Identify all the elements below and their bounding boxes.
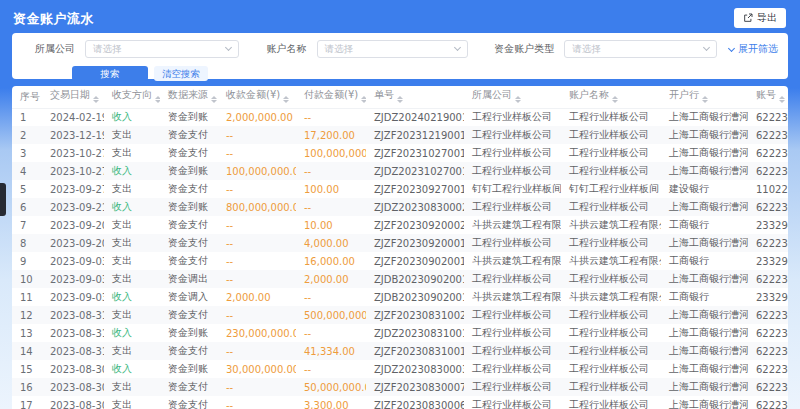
export-button-label: 导出 xyxy=(757,11,777,25)
table-header-row: 序号交易日期收支方向数据来源收款金额(¥)付款金额(¥)单号所属公司账户名称开户… xyxy=(12,86,788,108)
cell-company: 工程行业样板公司 xyxy=(464,324,561,342)
cell-account_no: 622230111 xyxy=(748,306,788,324)
account-type-select[interactable]: 请选择 xyxy=(564,40,717,58)
sort-caret-icon[interactable] xyxy=(155,93,160,107)
cell-source: 资金支付 xyxy=(160,378,218,396)
cell-direction: 支出 xyxy=(104,126,160,144)
cell-account_name: 斗拱云建筑工程有限公司 xyxy=(561,216,661,234)
account-name-filter-label: 账户名称 xyxy=(267,42,307,56)
cell-company: 斗拱云建筑工程有限公司 xyxy=(464,288,561,306)
cell-date: 2023-09-03 xyxy=(42,252,104,270)
cell-company: 工程行业样板公司 xyxy=(464,144,561,162)
cell-direction: 支出 xyxy=(104,342,160,360)
table-row: 112023-09-03收入资金调入2,000.00--ZJDB20230902… xyxy=(12,288,788,306)
cell-company: 斗拱云建筑工程有限公司 xyxy=(464,216,561,234)
cell-source: 资金支付 xyxy=(160,234,218,252)
column-header-income[interactable]: 收款金额(¥) xyxy=(218,86,296,108)
filter-row: 所属公司 请选择 账户名称 请选择 资金账户类型 请选择 展开筛选 xyxy=(22,40,778,58)
sort-caret-icon[interactable] xyxy=(211,93,217,107)
sort-caret-icon[interactable] xyxy=(283,93,289,107)
cell-account_no: 622230111 xyxy=(748,108,788,126)
cell-date: 2023-09-20 xyxy=(42,216,104,234)
column-header-company[interactable]: 所属公司 xyxy=(464,86,561,108)
cell-source: 资金到账 xyxy=(160,162,218,180)
cell-seq: 13 xyxy=(12,324,42,342)
table-body: 12024-02-19收入资金到账2,000,000.00--ZJDZ20240… xyxy=(12,108,788,409)
sort-caret-icon[interactable] xyxy=(515,93,521,107)
column-header-direction[interactable]: 收支方向 xyxy=(104,86,160,108)
sort-caret-icon[interactable] xyxy=(779,93,785,107)
expand-filters-link[interactable]: 展开筛选 xyxy=(729,42,778,56)
company-select[interactable]: 请选择 xyxy=(85,40,239,58)
filter-panel: 所属公司 请选择 账户名称 请选择 资金账户类型 请选择 展开筛选 搜索 清空搜… xyxy=(12,33,788,79)
cell-direction: 支出 xyxy=(104,252,160,270)
cell-account_no: 110223827 xyxy=(748,180,788,198)
account-type-select-placeholder: 请选择 xyxy=(572,43,601,56)
cell-bank: 上海工商银行漕河泾支行 xyxy=(661,342,748,360)
cell-expense: -- xyxy=(296,108,366,126)
cell-bank: 上海工商银行漕河泾支行 xyxy=(661,198,748,216)
export-button[interactable]: 导出 xyxy=(734,8,786,28)
cell-income: -- xyxy=(218,216,296,234)
filter-buttons-row: 搜索 清空搜索 xyxy=(72,66,778,81)
column-header-date[interactable]: 交易日期 xyxy=(42,86,104,108)
cell-income: -- xyxy=(218,252,296,270)
cell-income: -- xyxy=(218,180,296,198)
table-row: 52023-09-27支出资金支付--100.00ZJZF20230927001… xyxy=(12,180,788,198)
table-row: 162023-08-30支出资金支付--50,000,000.00ZJZF202… xyxy=(12,378,788,396)
sort-caret-icon[interactable] xyxy=(612,93,618,107)
left-drawer-handle[interactable] xyxy=(0,183,6,216)
column-header-account_no[interactable]: 账号 xyxy=(748,86,788,108)
cell-bank: 上海工商银行漕河泾支行 xyxy=(661,378,748,396)
cell-seq: 17 xyxy=(12,396,42,409)
cell-account_no: 622230111 xyxy=(748,162,788,180)
cell-company: 斗拱云建筑工程有限公司 xyxy=(464,252,561,270)
cell-seq: 9 xyxy=(12,252,42,270)
cell-expense: 100.00 xyxy=(296,180,366,198)
sort-caret-icon[interactable] xyxy=(397,93,403,107)
cell-doc_no: ZJZF20230920001 xyxy=(366,234,464,252)
cell-bank: 建设银行 xyxy=(661,180,748,198)
cell-expense: -- xyxy=(296,324,366,342)
cell-bank: 上海工商银行漕河泾支行 xyxy=(661,396,748,409)
chevron-down-icon xyxy=(703,44,710,51)
clear-search-button[interactable]: 清空搜索 xyxy=(154,66,208,81)
column-header-expense[interactable]: 付款金额(¥) xyxy=(296,86,366,108)
cell-doc_no: ZJZF20231219001 xyxy=(366,126,464,144)
cell-direction: 支出 xyxy=(104,306,160,324)
column-header-source[interactable]: 数据来源 xyxy=(160,86,218,108)
cell-account_name: 工程行业样板公司 xyxy=(561,342,661,360)
account-name-select-placeholder: 请选择 xyxy=(325,43,354,56)
column-header-account_name[interactable]: 账户名称 xyxy=(561,86,661,108)
cell-account_no: 622230111 xyxy=(748,198,788,216)
cell-seq: 10 xyxy=(12,270,42,288)
cell-doc_no: ZJZF20231027001 xyxy=(366,144,464,162)
column-header-bank[interactable]: 开户行 xyxy=(661,86,748,108)
account-name-select[interactable]: 请选择 xyxy=(317,40,469,58)
cell-seq: 6 xyxy=(12,198,42,216)
cell-doc_no: ZJZF20230920002 xyxy=(366,216,464,234)
cell-expense: 500,000,000.00 xyxy=(296,306,366,324)
cell-seq: 5 xyxy=(12,180,42,198)
export-icon xyxy=(743,13,753,23)
table-row: 152023-08-30收入资金到账30,000,000.00--ZJDZ202… xyxy=(12,360,788,378)
cell-account_name: 工程行业样板公司 xyxy=(561,126,661,144)
cell-source: 资金支付 xyxy=(160,180,218,198)
cell-income: -- xyxy=(218,342,296,360)
cell-doc_no: ZJZF20230902001 xyxy=(366,252,464,270)
cell-bank: 工商银行 xyxy=(661,216,748,234)
sort-caret-icon[interactable] xyxy=(93,93,99,107)
column-header-doc_no[interactable]: 单号 xyxy=(366,86,464,108)
cell-date: 2023-09-27 xyxy=(42,180,104,198)
search-button[interactable]: 搜索 xyxy=(72,66,148,81)
cell-bank: 上海工商银行漕河泾支行 xyxy=(661,126,748,144)
cell-bank: 上海工商银行漕河泾支行 xyxy=(661,162,748,180)
cell-account_name: 工程行业样板公司 xyxy=(561,360,661,378)
cell-doc_no: ZJDB20230902001 xyxy=(366,270,464,288)
cell-expense: 2,000.00 xyxy=(296,270,366,288)
cell-date: 2023-08-30 xyxy=(42,396,104,409)
sort-caret-icon[interactable] xyxy=(702,93,708,107)
cell-bank: 上海工商银行漕河泾支行 xyxy=(661,234,748,252)
sort-caret-icon[interactable] xyxy=(361,93,366,107)
cell-date: 2023-09-03 xyxy=(42,288,104,306)
